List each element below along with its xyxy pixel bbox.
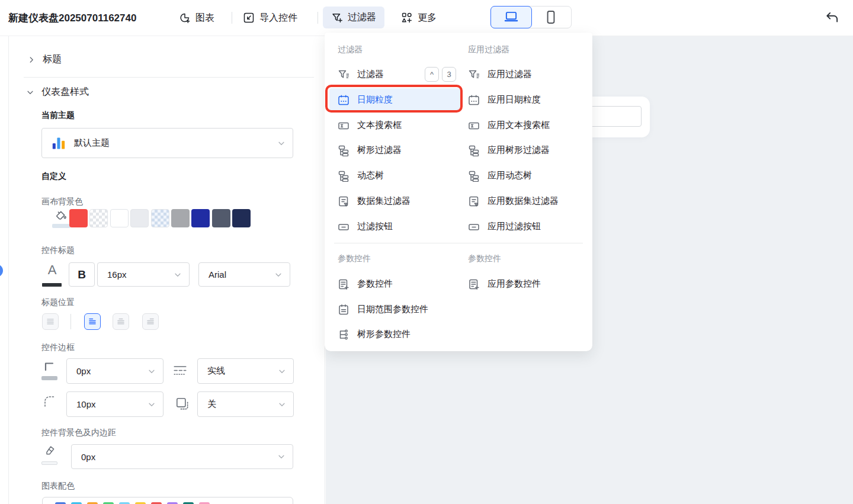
- menu-item-apply-filter-button[interactable]: 应用过滤按钮: [464, 214, 592, 239]
- border-color-bar[interactable]: [41, 376, 57, 380]
- apply-filter-column-header: 应用过滤器: [468, 44, 509, 55]
- menu-item-label: 应用数据集过滤器: [488, 195, 559, 207]
- align-right-icon: [146, 317, 155, 326]
- font-color-button[interactable]: A: [41, 262, 63, 287]
- border-style-select[interactable]: 实线: [197, 358, 294, 384]
- chart-palette-select[interactable]: [42, 497, 293, 504]
- desktop-view-button[interactable]: [490, 6, 532, 28]
- menu-item-tree-param[interactable]: 树形参数控件: [325, 322, 464, 347]
- chevron-down-icon: [278, 400, 286, 409]
- bg-padding-label: 控件背景色及内边距: [41, 428, 116, 438]
- canvas-color-swatch[interactable]: [130, 209, 149, 227]
- filter-button-active[interactable]: 过滤器: [323, 7, 384, 28]
- top-toolbar: 新建仪表盘20250701162740 图表 导入控件 过滤器 更多: [0, 0, 853, 36]
- shadow-icon: [175, 396, 190, 412]
- menu-item-apply-filter[interactable]: 应用过滤器: [464, 62, 592, 87]
- title-none-button[interactable]: [42, 313, 59, 330]
- menu-item-apply-dataset-filter[interactable]: 应用数据集过滤器: [464, 188, 592, 214]
- align-center-icon: [116, 317, 126, 326]
- section-title-header[interactable]: 标题: [27, 53, 62, 66]
- title-left-button[interactable]: [84, 313, 101, 330]
- widget-bg-color-bar[interactable]: [41, 461, 57, 465]
- menu-item-dataset-filter[interactable]: 数据集过滤器: [325, 188, 464, 214]
- font-color-letter: A: [41, 262, 63, 278]
- current-theme-label: 当前主题: [41, 110, 75, 121]
- menu-item-label: 动态树: [357, 170, 384, 181]
- canvas-color-swatch[interactable]: [232, 209, 251, 227]
- laptop-icon: [504, 9, 519, 25]
- filter-button-icon: [468, 221, 480, 233]
- marker-icon: [43, 444, 57, 458]
- menu-item-text-search[interactable]: 文本搜索框: [325, 113, 464, 138]
- more-button[interactable]: 更多: [401, 0, 437, 36]
- title-right-button[interactable]: [142, 313, 159, 330]
- border-radius-icon: [43, 394, 57, 409]
- menu-item-label: 应用参数控件: [488, 278, 541, 290]
- menu-item-apply-dynamic-tree[interactable]: 应用动态树: [464, 163, 592, 188]
- shadow-select[interactable]: 关: [197, 391, 294, 417]
- dashboard-editor: 新建仪表盘20250701162740 图表 导入控件 过滤器 更多: [0, 0, 853, 504]
- section-title-label: 标题: [43, 53, 62, 66]
- toolbar-divider: [318, 12, 318, 24]
- apply-param-column-header: 参数控件: [468, 253, 501, 264]
- canvas-color-swatch[interactable]: [171, 209, 190, 227]
- theme-select[interactable]: 默认主题: [41, 128, 293, 158]
- import-icon: [243, 12, 255, 24]
- menu-item-apply-tree-filter[interactable]: 应用树形过滤器: [464, 137, 592, 163]
- section-divider: [24, 77, 314, 78]
- font-family-select[interactable]: Arial: [198, 262, 290, 287]
- chevron-right-icon: [27, 56, 36, 64]
- menu-item-label: 应用过滤按钮: [488, 221, 541, 232]
- menu-item-label: 应用文本搜索框: [488, 120, 550, 131]
- menu-item-dynamic-tree[interactable]: 动态树: [325, 163, 464, 188]
- border-width-select[interactable]: 0px: [66, 358, 163, 384]
- menu-item-param-widget[interactable]: 参数控件: [325, 271, 464, 297]
- menu-item-label: 树形过滤器: [357, 145, 402, 156]
- menu-item-filter[interactable]: 过滤器 ^ 3: [325, 62, 464, 87]
- more-button-label: 更多: [418, 12, 437, 24]
- menu-item-apply-param-widget[interactable]: 应用参数控件: [464, 271, 592, 297]
- menu-item-label: 应用日期粒度: [488, 94, 541, 105]
- canvas-color-swatch[interactable]: [212, 209, 230, 227]
- import-button-label: 导入控件: [259, 12, 297, 24]
- menu-item-date-range-param[interactable]: 日期范围参数控件: [325, 297, 479, 322]
- import-widget-button[interactable]: 导入控件: [243, 0, 297, 36]
- more-shapes-icon: [401, 12, 413, 24]
- undo-button[interactable]: [825, 10, 840, 25]
- padding-select[interactable]: 0px: [71, 444, 293, 469]
- canvas-color-swatch-transparent-blue[interactable]: [151, 209, 169, 227]
- dynamic-tree-icon: [468, 170, 480, 182]
- border-radius-select[interactable]: 10px: [66, 391, 163, 417]
- funnel-icon: [338, 69, 349, 81]
- menu-item-filter-button[interactable]: 过滤按钮: [325, 214, 464, 239]
- canvas-color-swatch-transparent[interactable]: [89, 209, 108, 227]
- menu-item-label: 过滤器: [357, 69, 384, 80]
- font-size-select[interactable]: 16px: [97, 262, 190, 287]
- canvas-color-swatch[interactable]: [69, 209, 88, 227]
- border-style-value: 实线: [207, 365, 225, 377]
- shortcut-key-caret: ^: [425, 67, 439, 82]
- mobile-view-button[interactable]: [531, 7, 572, 28]
- menu-item-apply-text-search[interactable]: 应用文本搜索框: [464, 113, 592, 138]
- funnel-icon: [468, 69, 480, 81]
- chart-button[interactable]: 图表: [179, 0, 214, 36]
- style-settings-panel: 标题 仪表盘样式 当前主题 默认主题 自定义 画布背景色 控件标题: [9, 36, 325, 504]
- param-column-header: 参数控件: [338, 253, 371, 264]
- bold-button[interactable]: B: [69, 262, 95, 287]
- canvas-color-swatch[interactable]: [191, 209, 210, 227]
- theme-select-value: 默认主题: [74, 137, 110, 149]
- section-dashboard-style-header[interactable]: 仪表盘样式: [26, 86, 89, 98]
- chevron-down-icon: [147, 400, 156, 409]
- shortcut-keys: ^ 3: [425, 67, 456, 82]
- dashboard-style-label: 仪表盘样式: [41, 86, 89, 98]
- canvas-bg-color-picker[interactable]: [52, 208, 70, 228]
- canvas-color-swatch[interactable]: [110, 209, 129, 227]
- chart-button-label: 图表: [195, 12, 214, 24]
- title-center-button[interactable]: [113, 313, 129, 330]
- canvas-bg-label: 画布背景色: [41, 197, 83, 207]
- menu-item-label: 数据集过滤器: [357, 195, 411, 207]
- menu-item-tree-filter[interactable]: 树形过滤器: [325, 137, 464, 163]
- menu-item-apply-date-granularity[interactable]: 应用日期粒度: [464, 87, 592, 113]
- menu-item-date-granularity-selected[interactable]: 日期粒度: [329, 88, 461, 111]
- menu-item-label: 参数控件: [357, 278, 393, 290]
